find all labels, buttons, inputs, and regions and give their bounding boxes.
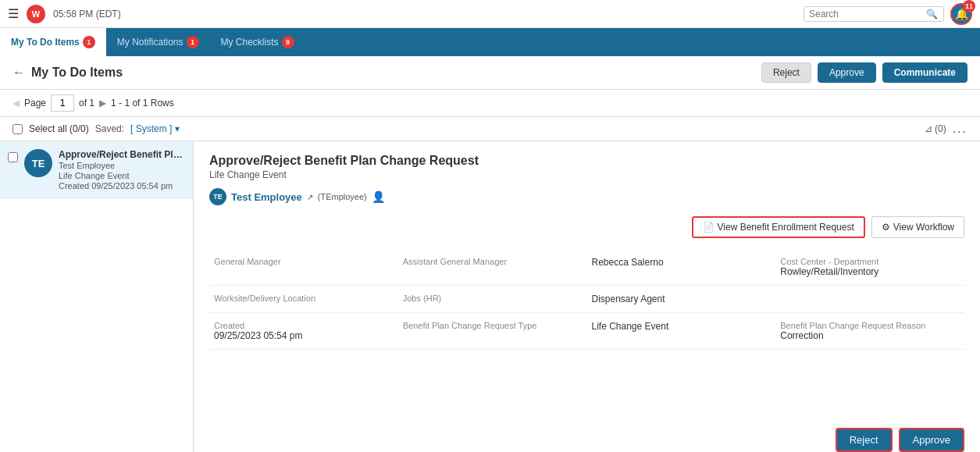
current-time: 05:58 PM (EDT) [53,9,121,20]
reject-button-top[interactable]: Reject [761,62,811,83]
edit-employee-icon[interactable]: 👤 [372,190,385,203]
cell-request-type-value: Life Change Event [587,318,776,344]
communicate-button[interactable]: Communicate [882,62,968,83]
tab-todo[interactable]: My To Do Items 1 [0,28,106,56]
tab-notifications-label: My Notifications [117,37,184,48]
doc-icon: 📄 [703,222,715,233]
more-options-button[interactable]: ... [953,122,968,136]
toolbar-right: ⊿ (0) ... [925,122,968,136]
page-label: Page [24,98,46,109]
avatar: TE [24,149,52,177]
cell-created-label: Created 09/25/2023 05:54 pm [209,318,398,344]
tab-notifications[interactable]: My Notifications 1 [106,28,210,56]
nav-tabs: My To Do Items 1 My Notifications 1 My C… [0,28,980,56]
of-label: of 1 [79,98,94,109]
list-item-checkbox[interactable] [8,152,18,162]
list-item-event: Life Change Event [59,171,185,180]
view-workflow-button[interactable]: ⚙ View Workflow [871,216,964,238]
cell-agm-label: Assistant General Manager [398,254,587,280]
list-item[interactable]: TE Approve/Reject Benefit Plan Ch... Tes… [0,141,193,199]
tab-checklists-label: My Checklists [221,37,279,48]
next-page-button[interactable]: ▶ [99,98,106,109]
cell-request-reason: Benefit Plan Change Request Reason Corre… [775,318,964,344]
detail-panel: Approve/Reject Benefit Plan Change Reque… [194,141,980,452]
page-header-left: ← My To Do Items [12,66,123,80]
link-icon: ↗ [307,193,313,201]
search-box[interactable]: 🔍 [804,6,944,22]
employee-name[interactable]: Test Employee [231,191,302,203]
chevron-down-icon: ▾ [175,123,180,134]
list-item-content: Approve/Reject Benefit Plan Ch... Test E… [59,149,185,190]
top-bar: ☰ W 05:58 PM (EDT) 🔍 🔔 11 [0,0,980,28]
tab-notifications-badge: 1 [187,36,199,48]
employee-badge: (TEmployee) [318,192,367,201]
hamburger-menu[interactable]: ☰ [8,6,19,21]
pagination-left: ◀ Page of 1 ▶ 1 - 1 of 1 Rows [12,94,174,112]
cell-gm-label: General Manager [209,254,398,280]
bell-badge: 11 [963,0,975,12]
saved-value: [ System ] [130,123,172,134]
list-item-title: Approve/Reject Benefit Plan Ch... [59,149,184,160]
cell-empty [775,290,964,308]
main-layout: TE Approve/Reject Benefit Plan Ch... Tes… [0,141,980,452]
reject-button-bottom[interactable]: Reject [836,428,893,452]
cell-worksite-label: Worksite/Delivery Location [209,290,398,308]
saved-dropdown[interactable]: [ System ] ▾ [130,123,180,134]
page-number-input[interactable] [51,94,74,112]
saved-label: Saved: [95,123,124,134]
toolbar-left: Select all (0/0) Saved: [ System ] ▾ [12,123,180,134]
top-bar-left: ☰ W 05:58 PM (EDT) [8,5,121,23]
cell-request-type-label: Benefit Plan Change Request Type [398,318,587,344]
data-row-1: General Manager Assistant General Manage… [209,249,964,286]
approve-button-bottom[interactable]: Approve [899,428,964,452]
select-all-checkbox[interactable] [12,124,23,134]
list-item-created: Created 09/25/2023 05:54 pm [59,181,185,190]
tab-todo-label: My To Do Items [11,37,80,48]
back-button[interactable]: ← [12,66,25,80]
data-row-2: Worksite/Delivery Location Jobs (HR) Dis… [209,286,964,313]
pagination-bar: ◀ Page of 1 ▶ 1 - 1 of 1 Rows [0,90,980,117]
page-title: My To Do Items [31,66,123,80]
tab-checklists-badge: 9 [282,36,294,48]
search-input[interactable] [809,9,926,20]
tab-checklists[interactable]: My Checklists 9 [210,28,305,56]
employee-row: TE Test Employee ↗ (TEmployee) 👤 [209,188,964,205]
list-panel: TE Approve/Reject Benefit Plan Ch... Tes… [0,141,194,452]
tab-todo-badge: 1 [83,36,95,48]
select-all-label: Select all (0/0) [29,123,89,134]
data-grid: General Manager Assistant General Manage… [209,249,964,350]
cell-agm-value: Rebecca Salerno [587,254,776,280]
page-header-right: Reject Approve Communicate [761,62,968,83]
view-enrollment-label: View Benefit Enrollment Request [718,222,854,233]
cell-cost-center: Cost Center - Department Rowley/Retail/I… [775,254,964,280]
cell-jobs-label: Jobs (HR) [398,290,587,308]
detail-subtitle: Life Change Event [209,169,964,180]
top-bar-right: 🔍 🔔 11 [804,3,972,25]
detail-title: Approve/Reject Benefit Plan Change Reque… [209,154,964,168]
prev-page-button[interactable]: ◀ [12,98,20,109]
data-row-3: Created 09/25/2023 05:54 pm Benefit Plan… [209,313,964,350]
employee-avatar: TE [209,188,226,205]
page-header: ← My To Do Items Reject Approve Communic… [0,56,980,90]
filter-button[interactable]: ⊿ (0) [925,123,946,134]
row-range-label: 1 - 1 of 1 Rows [111,98,174,109]
workflow-icon: ⚙ [882,222,890,233]
search-icon: 🔍 [926,9,938,20]
view-enrollment-button[interactable]: 📄 View Benefit Enrollment Request [692,216,865,238]
view-workflow-label: View Workflow [893,222,954,233]
cell-jobs-value: Dispensary Agent [587,290,776,308]
approve-button-top[interactable]: Approve [818,62,876,83]
bell-button[interactable]: 🔔 11 [950,3,972,25]
toolbar: Select all (0/0) Saved: [ System ] ▾ ⊿ (… [0,117,980,141]
app-icon: W [27,5,45,23]
action-row: 📄 View Benefit Enrollment Request ⚙ View… [209,216,964,238]
list-item-employee: Test Employee [59,161,185,170]
